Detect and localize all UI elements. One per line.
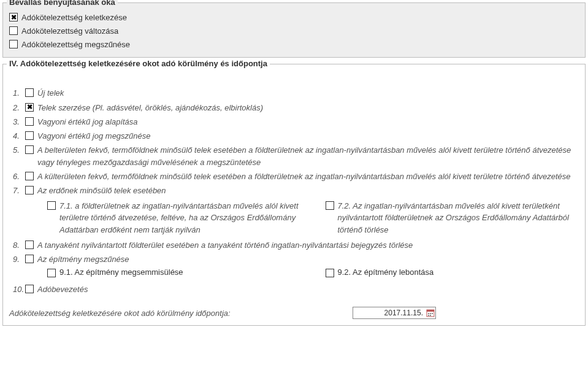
- reason-checkbox-megszunese[interactable]: [9, 40, 18, 48]
- item-9: 9. Az építmény megszűnése: [13, 253, 579, 266]
- reason-legend: Bevallás benyújtásának oka: [7, 0, 118, 7]
- checkbox-belteruleten[interactable]: [25, 145, 34, 154]
- reason-checkbox-keletkezese[interactable]: [9, 13, 18, 21]
- svg-rect-6: [430, 315, 431, 316]
- section4-legend: IV. Adókötelezettség keletkezésére okot …: [7, 59, 270, 68]
- item-1: 1. Új telek: [13, 87, 579, 99]
- item-9-2: 9.2. Az építmény lebontása: [326, 267, 579, 277]
- checkbox-7-1[interactable]: [47, 201, 56, 210]
- reason-label: Adókötelezettség változása: [21, 25, 118, 37]
- item-8: 8. A tanyaként nyilvántartott földterüle…: [13, 239, 579, 252]
- calendar-icon[interactable]: [426, 308, 435, 318]
- item-5: 5. A belterületen fekvő, termőföldnek mi…: [13, 144, 579, 169]
- date-label: Adókötelezettség keletkezésére okot adó …: [9, 309, 353, 318]
- item-10: 10. Adóbevezetés: [13, 283, 579, 296]
- checkbox-vagyoni-jog-megszunese[interactable]: [25, 131, 34, 140]
- section4-fieldset: IV. Adókötelezettség keletkezésére okot …: [2, 64, 586, 326]
- svg-rect-3: [430, 313, 431, 314]
- date-field-wrap: [353, 307, 436, 319]
- svg-rect-5: [428, 315, 429, 316]
- checkbox-vagyoni-jog-alapitasa[interactable]: [25, 117, 34, 126]
- item-4: 4. Vagyoni értékű jog megszűnése: [13, 130, 579, 142]
- svg-rect-4: [432, 313, 433, 314]
- checkbox-9-1[interactable]: [47, 269, 56, 277]
- date-input[interactable]: [353, 307, 426, 318]
- checkbox-uj-telek[interactable]: [25, 88, 34, 97]
- checkbox-9-2[interactable]: [326, 269, 334, 277]
- checkbox-tanya[interactable]: [25, 241, 34, 249]
- item-7-sub: 7.1. a földterületnek az ingatlan-nyilvá…: [13, 200, 579, 236]
- item-2: 2. Telek szerzése (Pl. adásvétel, öröklé…: [13, 102, 579, 114]
- reason-fieldset: Bevallás benyújtásának oka Adókötelezett…: [2, 2, 586, 58]
- section4-list: 1. Új telek 2. Telek szerzése (Pl. adásv…: [9, 87, 579, 296]
- item-6: 6. A külterületen fekvő, termőföldnek mi…: [13, 171, 579, 183]
- checkbox-erdo[interactable]: [25, 186, 34, 194]
- reason-row-1: Adókötelezettség keletkezése: [9, 12, 579, 24]
- date-row: Adókötelezettség keletkezésére okot adó …: [9, 307, 579, 319]
- item-3: 3. Vagyoni értékű jog alapítása: [13, 116, 579, 128]
- reason-checkbox-valtozasa[interactable]: [9, 26, 18, 35]
- reason-label: Adókötelezettség megszűnése: [21, 39, 130, 51]
- svg-rect-2: [428, 313, 429, 314]
- reason-label: Adókötelezettség keletkezése: [21, 12, 127, 24]
- item-9-sub: 9.1. Az építmény megsemmisülése 9.2. Az …: [13, 267, 579, 277]
- svg-rect-1: [427, 310, 434, 312]
- item-7-2: 7.2. Az ingatlan-nyilvántartásban művelé…: [326, 200, 579, 236]
- reason-row-2: Adókötelezettség változása: [9, 25, 579, 37]
- item-7: 7. Az erdőnek minősülő telek esetében: [13, 185, 579, 197]
- item-9-1: 9.1. Az építmény megsemmisülése: [47, 267, 301, 277]
- checkbox-kulteruleten[interactable]: [25, 172, 34, 180]
- checkbox-epitmeny-megszunese[interactable]: [25, 255, 34, 263]
- checkbox-adobevezetes[interactable]: [25, 285, 34, 293]
- checkbox-telek-szerzese[interactable]: [25, 103, 34, 112]
- checkbox-7-2[interactable]: [326, 201, 334, 210]
- item-7-1: 7.1. a földterületnek az ingatlan-nyilvá…: [47, 200, 301, 236]
- reason-row-3: Adókötelezettség megszűnése: [9, 39, 579, 51]
